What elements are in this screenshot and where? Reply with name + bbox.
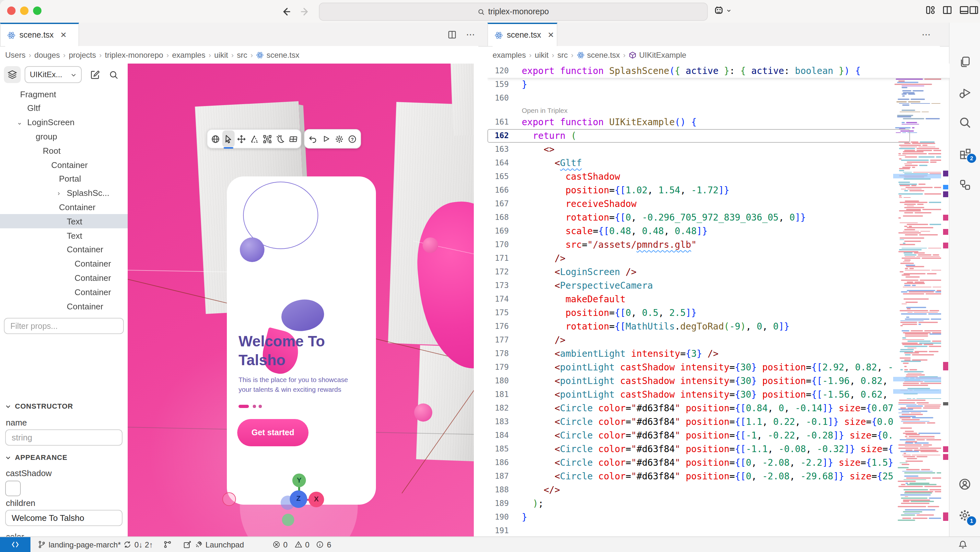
sidebar-right-button[interactable] <box>968 5 979 16</box>
breadcrumb-item[interactable]: src <box>237 50 247 59</box>
window-close-button[interactable] <box>7 6 16 15</box>
more-actions-icon[interactable]: ⋯ <box>466 29 476 40</box>
window-minimize-button[interactable] <box>20 6 29 15</box>
code-line-169[interactable]: 169 scale={[0.48, 0.48, 0.48]} <box>487 225 910 238</box>
get-started-button[interactable]: Get started <box>237 419 309 446</box>
git-branch-status[interactable]: landing-page-march* 0↓ 2↑ <box>38 537 153 552</box>
window-zoom-button[interactable] <box>33 6 41 15</box>
code-line-185[interactable]: 185 <Circle color="#d63f84" position={[-… <box>487 442 910 456</box>
search-scene-icon[interactable] <box>106 67 121 82</box>
code-editor[interactable]: 120export function SplashScene({ active … <box>487 64 950 537</box>
code-line-166[interactable]: 166 position={[1.02, 1.54, -1.72]} <box>487 183 910 197</box>
gizmo-neg-x-handle[interactable] <box>222 492 236 506</box>
edit-component-icon[interactable] <box>88 67 102 82</box>
code-line-163[interactable]: 163 <> <box>487 143 910 156</box>
purple-sphere[interactable] <box>240 238 264 262</box>
breadcrumb-item[interactable]: uikit <box>214 50 228 59</box>
code-line-188[interactable]: 188 </> <box>487 483 910 497</box>
tree-item-container[interactable]: Container <box>0 200 128 214</box>
browser-forward-button[interactable] <box>298 5 312 19</box>
close-icon[interactable]: ✕ <box>548 30 554 40</box>
castshadow-checkbox[interactable] <box>5 481 21 496</box>
code-line-160[interactable]: 160 <box>487 91 910 105</box>
browser-address-bar[interactable]: triplex-monorepo <box>319 3 708 21</box>
breadcrumb-right[interactable]: examples›uikit›src›scene.tsx›UIKitExampl… <box>493 46 940 64</box>
code-line-170[interactable]: 170 src="/assets/pmndrs.glb" <box>487 238 910 252</box>
sticky-code-line[interactable]: 120export function SplashScene({ active … <box>487 64 950 78</box>
code-line-172[interactable]: 172 <LoginScreen /> <box>487 265 910 279</box>
code-line-191[interactable]: 191 <box>487 524 910 537</box>
small-pink-sphere[interactable] <box>414 404 432 422</box>
constructor-section-header[interactable]: CONSTRUCTOR <box>5 402 73 410</box>
code-line-182[interactable]: 182 <Circle color="#d63f84" position={[0… <box>487 402 910 415</box>
tree-item-container[interactable]: Container <box>0 257 128 271</box>
code-line-164[interactable]: 164 <Gltf <box>487 156 910 170</box>
layers-icon[interactable] <box>4 66 21 83</box>
code-line-178[interactable]: 178 <ambientLight intensity={3} /> <box>487 347 910 361</box>
breadcrumb-item[interactable]: examples <box>493 50 526 59</box>
pipeline-status[interactable] <box>163 537 172 552</box>
split-editor-icon[interactable] <box>447 30 457 39</box>
gizmo-x-handle[interactable]: X <box>309 492 324 507</box>
breadcrumb-item[interactable]: examples <box>172 50 205 59</box>
account-icon[interactable] <box>950 473 980 495</box>
scale-tool-icon[interactable] <box>261 130 273 147</box>
select-tool-icon[interactable] <box>222 130 234 147</box>
remote-indicator[interactable] <box>0 537 30 552</box>
manage-gear-icon[interactable]: 1 <box>950 504 980 526</box>
gizmo-y-handle[interactable]: Y <box>292 474 306 487</box>
tree-item-group[interactable]: group <box>0 129 128 144</box>
gray-box-top-right[interactable] <box>450 64 474 136</box>
3d-viewport[interactable]: Welcome To Talsho This is the place for … <box>128 64 474 537</box>
notifications-bell-icon[interactable] <box>958 537 968 552</box>
browser-profile-button[interactable] <box>713 5 732 16</box>
small-pink-sphere[interactable] <box>423 238 438 253</box>
tree-item-container[interactable]: Container <box>0 271 128 285</box>
breadcrumb-item[interactable]: scene.tsx <box>576 50 620 59</box>
breadcrumb-item[interactable]: projects <box>69 50 96 59</box>
code-line-186[interactable]: 186 <Circle color="#d63f84" position={[0… <box>487 456 910 470</box>
more-actions-icon[interactable]: ⋯ <box>922 29 931 40</box>
launchpad-status[interactable]: Launchpad <box>183 537 244 552</box>
tab-scene-tsx-left[interactable]: scene.tsx ✕ <box>0 23 79 46</box>
tree-item-container[interactable]: Container <box>0 299 128 313</box>
settings-gear-icon[interactable] <box>333 130 345 147</box>
code-line-161[interactable]: 161export function UIKitExample() { <box>487 115 910 129</box>
tree-item-loginscreen[interactable]: ⌄LoginScreen <box>0 115 128 129</box>
gizmo-z-handle[interactable]: Z <box>290 490 307 508</box>
breadcrumb-item[interactable]: Users <box>5 50 25 59</box>
browser-back-button[interactable] <box>279 5 293 19</box>
tree-item-container[interactable]: Container <box>0 158 128 172</box>
globe-tool-icon[interactable] <box>209 130 221 147</box>
extensions-icon[interactable]: 2 <box>950 143 980 165</box>
code-line-174[interactable]: 174 makeDefault <box>487 292 910 306</box>
breadcrumb-item[interactable]: douges <box>34 50 60 59</box>
code-line-173[interactable]: 173 <PerspectiveCamera <box>487 279 910 292</box>
theme-moon-icon[interactable] <box>274 130 286 147</box>
code-line-181[interactable]: 181 <pointLight castShadow intensity={30… <box>487 388 910 402</box>
gizmo-neg-y-handle[interactable] <box>282 514 294 526</box>
window-layout-grid-button[interactable] <box>925 5 936 16</box>
play-icon[interactable] <box>320 130 332 147</box>
breadcrumb-item[interactable]: uikit <box>535 50 549 59</box>
split-horizontal-button[interactable] <box>959 5 970 16</box>
code-line-179[interactable]: 179 <pointLight castShadow intensity={30… <box>487 361 910 374</box>
code-line-167[interactable]: 167 receiveShadow <box>487 197 910 211</box>
code-line-165[interactable]: 165 castShadow <box>487 170 910 183</box>
tree-item-container[interactable]: Container <box>0 242 128 257</box>
code-line-187[interactable]: 187 <Circle color="#d63f84" position={[0… <box>487 470 910 483</box>
codelens-open-in-triplex[interactable]: Open in Triplex <box>522 105 568 115</box>
tree-item-splashsc[interactable]: ›SplashSc... <box>0 186 128 200</box>
breadcrumb-item[interactable]: src <box>557 50 568 59</box>
tab-scene-tsx-right[interactable]: scene.tsx ✕ <box>487 23 557 46</box>
references-icon[interactable] <box>950 174 980 196</box>
search-icon[interactable] <box>950 112 980 134</box>
breadcrumb-left[interactable]: Users›douges›projects›triplex-monorepo›e… <box>5 46 478 64</box>
code-line-175[interactable]: 175 position={[0, 0.5, 2.5]} <box>487 306 910 320</box>
appearance-section-header[interactable]: APPEARANCE <box>5 453 67 461</box>
problems-status[interactable]: 0 0 6 <box>272 537 331 552</box>
code-line-189[interactable]: 189 ); <box>487 497 910 511</box>
run-debug-icon[interactable] <box>950 82 980 104</box>
code-line-159[interactable]: 159} <box>487 78 910 91</box>
name-input[interactable] <box>5 429 123 446</box>
